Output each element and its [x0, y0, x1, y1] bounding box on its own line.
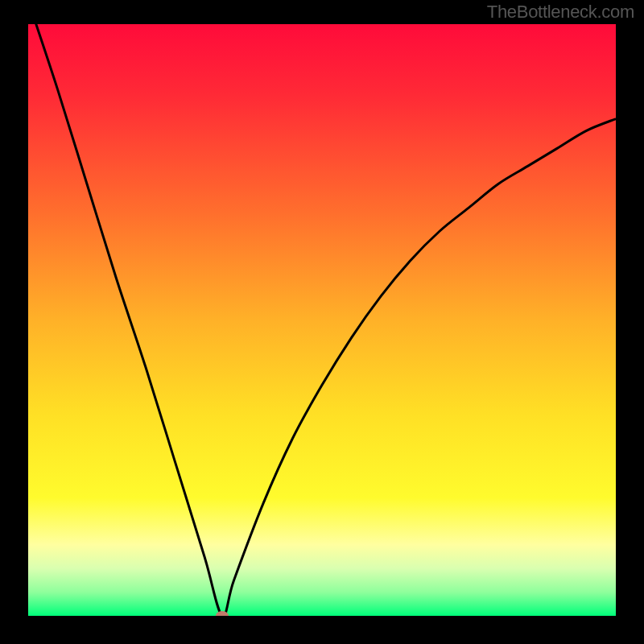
plot-area	[28, 24, 616, 616]
bottleneck-curve	[28, 24, 616, 616]
chart-container: TheBottleneck.com	[0, 0, 644, 644]
optimal-point-marker	[216, 611, 229, 616]
watermark-label: TheBottleneck.com	[487, 2, 634, 23]
